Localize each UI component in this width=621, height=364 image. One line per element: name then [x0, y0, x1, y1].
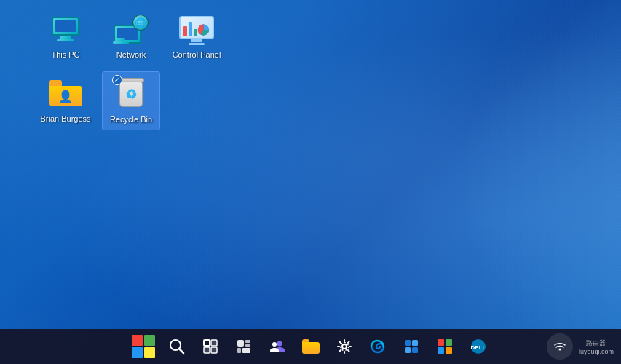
- recycle-bin-icon-image: ♻ ✓: [114, 76, 149, 111]
- file-explorer-button[interactable]: [295, 331, 327, 363]
- folder-icon: 👤: [49, 80, 82, 106]
- edge-icon: [369, 338, 387, 355]
- svg-rect-3: [204, 340, 210, 346]
- desktop-icon-brian-burgess[interactable]: 👤 Brian Burgess: [36, 71, 95, 130]
- desktop-icon-control-panel[interactable]: Control Panel: [167, 7, 226, 64]
- cp-bar-2: [189, 22, 192, 36]
- search-button[interactable]: [161, 331, 193, 363]
- cp-monitor: [179, 16, 214, 39]
- svg-rect-10: [237, 348, 241, 353]
- monitor-stand-net: [115, 38, 125, 41]
- svg-text:DELL: DELL: [470, 344, 486, 351]
- folder-explorer-icon: [302, 339, 320, 354]
- svg-rect-20: [438, 339, 444, 346]
- svg-rect-23: [446, 347, 452, 354]
- svg-rect-21: [446, 339, 452, 346]
- edge-button[interactable]: [362, 331, 394, 363]
- cp-bars: [183, 20, 197, 36]
- svg-rect-11: [242, 348, 250, 353]
- dell-button[interactable]: DELL: [462, 331, 494, 363]
- bin-body: ♻: [119, 82, 143, 107]
- network-tray-icon: [554, 341, 566, 352]
- cp-pie-chart: [197, 23, 210, 36]
- svg-rect-7: [237, 340, 244, 347]
- monitor-screen: [55, 20, 76, 32]
- svg-rect-8: [245, 340, 250, 343]
- network-icon: 🌐: [114, 15, 149, 44]
- monitor-body: [52, 17, 79, 36]
- folder-body: 👤: [49, 86, 82, 106]
- start-button[interactable]: [127, 331, 159, 363]
- this-pc-label: This PC: [51, 50, 79, 60]
- widgets-icon: [236, 339, 252, 355]
- network-icon-image: 🌐: [114, 12, 149, 47]
- svg-line-2: [179, 349, 183, 353]
- svg-rect-4: [211, 340, 217, 346]
- svg-point-26: [558, 349, 561, 351]
- svg-rect-17: [412, 340, 418, 346]
- win-sq-br: [144, 347, 155, 358]
- this-pc-icon-image: [48, 12, 83, 47]
- network-label: Network: [116, 50, 146, 60]
- app1-icon: [403, 338, 420, 355]
- taskbar-icons: DELL: [127, 331, 494, 363]
- svg-rect-5: [204, 347, 210, 353]
- win-sq-bl: [132, 347, 143, 358]
- store-icon: [436, 338, 454, 355]
- desktop-icon-this-pc[interactable]: This PC: [36, 7, 95, 64]
- cp-stand: [191, 39, 202, 42]
- desktop-icon-network[interactable]: 🌐 Network: [102, 7, 160, 64]
- this-pc-icon: [52, 17, 79, 41]
- svg-rect-6: [211, 347, 217, 353]
- folder-body-icon: [302, 342, 320, 354]
- task-view-icon: [202, 339, 218, 355]
- watermark-url: luyouqi.com: [579, 348, 614, 355]
- recycle-symbol: ♻: [125, 87, 137, 103]
- tray-watermark[interactable]: 路由器 luyouqi.com: [579, 339, 614, 355]
- control-panel-icon: [179, 13, 214, 45]
- svg-rect-9: [245, 344, 250, 347]
- desktop: This PC 🌐 Network: [0, 0, 621, 364]
- folder-user-icon: 👤: [58, 90, 73, 103]
- taskbar: DELL 路由器 luyouqi.com: [0, 329, 621, 364]
- globe-overlay: 🌐: [132, 15, 149, 31]
- cp-bar-1: [183, 26, 187, 36]
- settings-icon: [336, 339, 352, 355]
- svg-rect-19: [412, 347, 418, 353]
- desktop-icons-container: This PC 🌐 Network: [36, 7, 226, 130]
- svg-point-14: [342, 344, 347, 349]
- dell-icon: DELL: [470, 338, 487, 355]
- win-sq-tl: [132, 335, 143, 346]
- monitor-base: [57, 39, 74, 41]
- app1-button[interactable]: [395, 331, 427, 363]
- recycle-bin-label: Recycle Bin: [110, 114, 152, 124]
- control-panel-icon-image: [179, 12, 214, 47]
- widgets-button[interactable]: [228, 331, 260, 363]
- desktop-icon-recycle-bin[interactable]: ♻ ✓ Recycle Bin: [102, 71, 160, 130]
- cp-base: [189, 43, 205, 45]
- svg-rect-18: [405, 347, 411, 353]
- brian-burgess-label: Brian Burgess: [40, 114, 90, 124]
- store-button[interactable]: [429, 331, 461, 363]
- control-panel-label: Control Panel: [173, 50, 221, 60]
- watermark-text: 路由器: [586, 339, 606, 348]
- folder-tab: [49, 80, 62, 86]
- svg-point-13: [272, 342, 277, 347]
- desktop-icon-row-1: This PC 🌐 Network: [36, 7, 226, 64]
- teams-button[interactable]: [261, 331, 293, 363]
- svg-rect-16: [405, 340, 411, 346]
- desktop-icon-row-2: 👤 Brian Burgess ♻ ✓: [36, 71, 226, 130]
- svg-point-12: [277, 341, 282, 347]
- windows-logo-icon: [132, 335, 155, 358]
- svg-rect-22: [438, 347, 444, 354]
- task-view-button[interactable]: [194, 331, 226, 363]
- settings-button[interactable]: [328, 331, 360, 363]
- brian-burgess-icon-image: 👤: [48, 76, 83, 111]
- teams-icon: [269, 338, 286, 355]
- monitor-base-net: [113, 41, 129, 44]
- tray-icon-1[interactable]: [547, 333, 573, 360]
- system-tray: 路由器 luyouqi.com: [547, 329, 614, 364]
- win-sq-tr: [144, 335, 155, 346]
- search-icon: [169, 339, 185, 355]
